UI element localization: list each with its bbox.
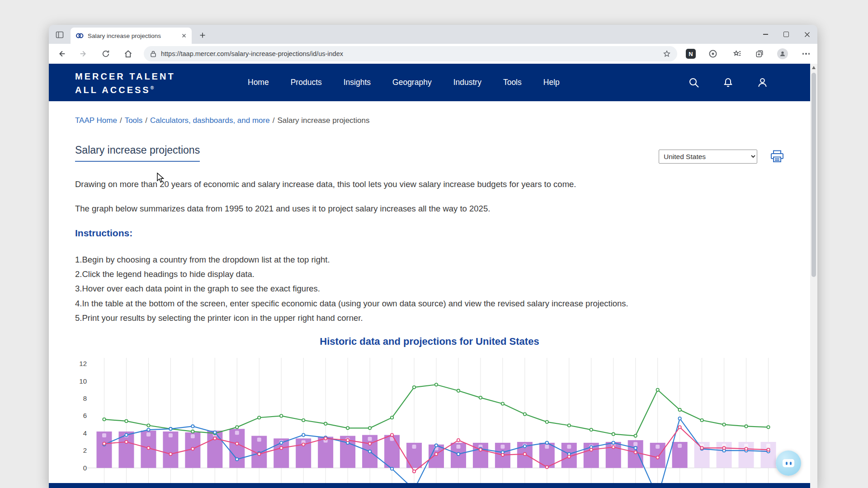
more-menu-icon[interactable] xyxy=(799,47,813,61)
instruction-item-4: 4.In the table at the bottom of the scre… xyxy=(75,298,628,310)
main-nav: Home Products Insights Geography Industr… xyxy=(248,64,560,101)
chat-widget-button[interactable] xyxy=(776,450,801,476)
browser-window: Salary increase projections xyxy=(49,25,817,488)
chart-bar-marker xyxy=(656,445,660,449)
chart-point-pink-line xyxy=(745,447,747,450)
minimize-button[interactable] xyxy=(755,25,776,44)
chart-point-green-line xyxy=(391,416,393,419)
tab-actions-icon[interactable] xyxy=(54,29,65,40)
search-icon[interactable] xyxy=(688,77,700,89)
tab-close-icon[interactable] xyxy=(181,33,187,39)
chart-point-blue-line xyxy=(302,433,305,436)
new-tab-button[interactable] xyxy=(196,29,209,42)
chart-point-blue-line xyxy=(125,433,127,436)
scrollbar-up-arrow[interactable] xyxy=(812,66,816,69)
instructions-heading: Instructions: xyxy=(75,228,132,239)
forward-button[interactable] xyxy=(76,47,91,61)
chart-bar-marker xyxy=(633,442,637,446)
breadcrumb-calculators[interactable]: Calculators, dashboards, and more xyxy=(150,116,270,125)
nav-item-industry[interactable]: Industry xyxy=(453,78,481,87)
lock-icon[interactable] xyxy=(150,50,156,57)
chart-bar-marker xyxy=(257,438,261,442)
chart-point-pink-line xyxy=(568,455,571,458)
chart-point-green-line xyxy=(368,427,371,429)
header-icons xyxy=(688,64,769,101)
favorites-star-icon[interactable] xyxy=(663,50,671,58)
maximize-button[interactable] xyxy=(776,25,797,44)
nav-item-insights[interactable]: Insights xyxy=(344,78,371,87)
tab-title: Salary increase projections xyxy=(88,33,181,39)
chart-point-pink-line xyxy=(656,456,659,459)
chart-title: Historic data and projections for United… xyxy=(49,336,810,347)
chart-point-pink-line xyxy=(634,451,637,454)
chart-point-pink-line xyxy=(590,448,593,451)
chart-point-pink-line xyxy=(722,446,725,449)
chart-bar-marker xyxy=(678,444,682,448)
chart-point-blue-line xyxy=(391,467,393,470)
chart-point-green-line xyxy=(324,422,327,425)
breadcrumb-taap-home[interactable]: TAAP Home xyxy=(75,116,117,125)
chart-ytick: 6 xyxy=(83,412,87,419)
site-logo[interactable]: MERCER TALENT ALL ACCESS® xyxy=(75,71,175,96)
browser-toolbar: https://taap.mercer.com/salary-increase-… xyxy=(49,44,817,64)
chart-bar-marker xyxy=(169,433,173,437)
salary-chart[interactable]: 121086420 xyxy=(67,355,795,483)
intro-paragraph-2: The graph below summarizes data from 199… xyxy=(75,203,490,215)
breadcrumb-separator: / xyxy=(117,116,125,125)
address-bar[interactable]: https://taap.mercer.com/salary-increase-… xyxy=(144,46,677,61)
scrollbar-thumb[interactable] xyxy=(811,73,816,277)
chart-point-pink-line xyxy=(213,437,216,440)
window-controls xyxy=(755,25,817,44)
nav-item-tools[interactable]: Tools xyxy=(503,78,522,87)
breadcrumb-tools[interactable]: Tools xyxy=(125,116,143,125)
chart-bar-marker xyxy=(146,432,151,436)
chart-point-green-line xyxy=(302,419,305,422)
chart-point-blue-line xyxy=(612,441,615,444)
chart-point-pink-line xyxy=(524,453,526,455)
chart-point-green-line xyxy=(590,428,593,431)
extension-n-icon[interactable]: N xyxy=(684,47,698,61)
notifications-bell-icon[interactable] xyxy=(722,77,734,89)
page-scrollbar[interactable] xyxy=(810,64,817,488)
chart-bar-marker xyxy=(567,445,571,449)
printer-icon[interactable] xyxy=(769,148,786,165)
chart-point-green-line xyxy=(346,427,349,429)
page-title: Salary increase projections xyxy=(75,144,200,162)
nav-item-products[interactable]: Products xyxy=(291,78,322,87)
chart-point-blue-line xyxy=(191,425,194,427)
chart-point-green-line xyxy=(479,396,482,399)
home-button[interactable] xyxy=(120,47,136,61)
chart-bar-marker xyxy=(235,431,239,435)
extension-icon[interactable] xyxy=(706,47,720,61)
chart-point-blue-line xyxy=(236,458,238,460)
country-select[interactable]: United States xyxy=(659,150,757,164)
chart-point-pink-line xyxy=(546,465,548,468)
chart-point-pink-line xyxy=(612,446,615,448)
close-button[interactable] xyxy=(797,25,817,44)
nav-item-help[interactable]: Help xyxy=(543,78,560,87)
refresh-button[interactable] xyxy=(98,47,113,61)
instruction-item-5: 5.Print your results by selecting the pr… xyxy=(75,312,363,324)
screenshot-stage: Salary increase projections xyxy=(0,0,868,488)
chart-bar-marker xyxy=(456,445,460,449)
chart-point-green-line xyxy=(457,389,460,392)
nav-item-home[interactable]: Home xyxy=(248,78,269,87)
chart-point-green-line xyxy=(546,421,548,423)
breadcrumb-separator: / xyxy=(270,116,278,125)
favorites-icon[interactable] xyxy=(731,47,744,61)
chart-point-blue-line xyxy=(147,428,150,431)
collections-icon[interactable] xyxy=(753,47,766,61)
user-profile-icon[interactable] xyxy=(756,76,769,89)
profile-avatar[interactable] xyxy=(776,47,789,61)
logo-line2: ALL ACCESS® xyxy=(75,82,175,96)
chart-ytick: 4 xyxy=(83,429,87,437)
back-button[interactable] xyxy=(54,47,69,61)
chart-bar-marker xyxy=(500,445,505,449)
browser-tab[interactable]: Salary increase projections xyxy=(71,28,192,44)
chart-bar-marker xyxy=(368,437,372,441)
chart-point-pink-line xyxy=(501,454,504,456)
nav-item-geography[interactable]: Geography xyxy=(392,78,432,87)
chart-bar-marker xyxy=(102,433,106,437)
breadcrumb: TAAP Home/Tools/Calculators, dashboards,… xyxy=(75,116,370,125)
chart-ytick: 0 xyxy=(83,464,87,472)
